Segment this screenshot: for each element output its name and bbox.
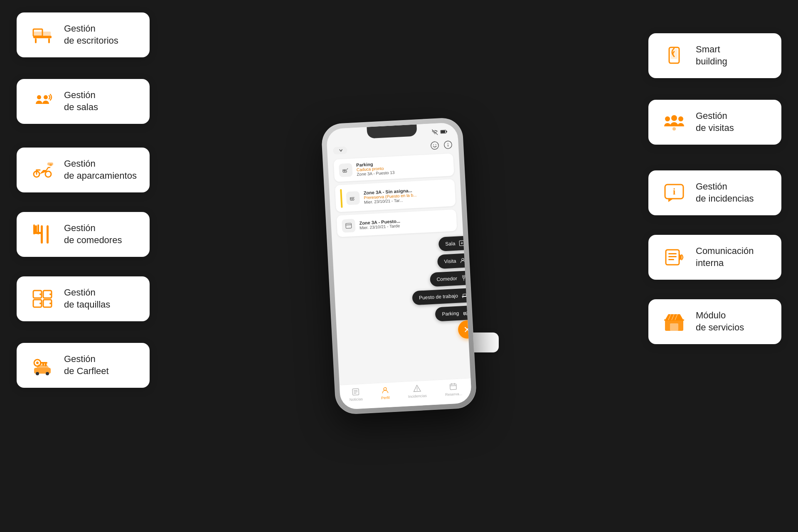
emoji-icon[interactable] xyxy=(430,141,439,150)
svg-point-55 xyxy=(350,198,352,200)
phone-screen: Parking Caduca pronto Zone 3A - Puesto 1… xyxy=(326,122,472,410)
card-carfleet-label: Gestiónde Carfleet xyxy=(64,353,109,377)
svg-text:i: i xyxy=(673,186,675,197)
upcoming-2-icon xyxy=(342,219,356,233)
fab-sala-label: Sala xyxy=(445,241,456,247)
card-salas-label: Gestiónde salas xyxy=(64,89,98,113)
card-taquillas: Gestiónde taquillas xyxy=(17,276,150,321)
svg-point-54 xyxy=(352,198,354,200)
nav-perfil-label: Perfil xyxy=(381,396,390,400)
svg-point-24 xyxy=(36,362,39,364)
svg-point-8 xyxy=(45,171,51,177)
svg-rect-11 xyxy=(41,225,43,244)
svg-point-34 xyxy=(671,115,677,121)
svg-point-49 xyxy=(433,144,434,145)
svg-point-50 xyxy=(436,144,436,145)
building-icon xyxy=(661,42,687,69)
nav-reserva-label: Reserva... xyxy=(445,392,462,397)
nav-perfil[interactable]: Perfil xyxy=(381,386,390,400)
fab-comedor[interactable]: Comedor xyxy=(430,271,472,287)
phone-shell: Parking Caduca pronto Zone 3A - Puesto 1… xyxy=(321,117,477,415)
card-comunicacion: Comunicacióninterna xyxy=(648,235,781,280)
svg-point-29 xyxy=(36,372,39,375)
app-header xyxy=(333,140,453,155)
card-visitas: Gestiónde visitas xyxy=(648,100,781,145)
svg-rect-41 xyxy=(668,256,677,257)
card-comedores: Gestiónde comedores xyxy=(17,212,150,257)
header-icons xyxy=(430,140,453,150)
fab-parking-label: Parking xyxy=(442,310,459,317)
svg-point-6 xyxy=(44,95,48,99)
office-selector[interactable] xyxy=(333,146,347,155)
svg-point-66 xyxy=(384,387,387,390)
svg-rect-14 xyxy=(47,225,49,244)
card-aparcamientos-label: Gestiónde aparcamientos xyxy=(64,158,137,182)
svg-point-5 xyxy=(37,95,41,99)
card-escritorios: Gestiónde escritorios xyxy=(17,12,150,57)
yellow-indicator xyxy=(340,189,342,208)
card-carfleet: Gestiónde Carfleet xyxy=(17,343,150,388)
card-servicios-label: Módulode servicios xyxy=(696,310,744,333)
card-visitas-label: Gestiónde visitas xyxy=(696,110,734,134)
fab-visita[interactable]: Visita xyxy=(437,253,472,269)
phone: Parking Caduca pronto Zone 3A - Puesto 1… xyxy=(321,117,477,415)
fab-puesto[interactable]: Puesto de trabajo xyxy=(412,288,472,305)
meeting-room-icon xyxy=(29,88,56,115)
services-icon xyxy=(661,308,687,335)
svg-point-19 xyxy=(39,293,41,295)
svg-rect-2 xyxy=(35,38,37,43)
svg-point-58 xyxy=(462,258,464,261)
svg-point-63 xyxy=(464,313,466,315)
desk-icon xyxy=(29,22,56,48)
fab-parking[interactable]: Parking xyxy=(435,305,472,322)
card-comedores-label: Gestiónde comedores xyxy=(64,222,122,246)
svg-rect-47 xyxy=(446,131,447,133)
svg-point-36 xyxy=(672,127,676,131)
svg-rect-25 xyxy=(40,362,47,364)
svg-point-21 xyxy=(39,303,41,304)
upcoming-reservation-2: Zone 3A - Puesto... Mier. 23/10/21 - Tar… xyxy=(336,209,457,237)
locker-icon xyxy=(29,286,56,312)
nav-reserva[interactable]: Reserva... xyxy=(445,382,463,397)
parking-res-info: Parking Caduca pronto Zone 3A - Puesto 1… xyxy=(356,158,449,177)
card-salas: Gestiónde salas xyxy=(17,79,150,124)
upcoming-2-info: Zone 3A - Puesto... Mier. 23/10/21 - Tar… xyxy=(359,216,452,230)
upcoming-1-icon xyxy=(346,191,360,205)
upcoming-reservation-1: Zone 3A - Sin asigna... Prereserva (Pues… xyxy=(335,179,456,212)
status-icons xyxy=(432,128,448,135)
card-incidencias-label: Gestiónde incidencias xyxy=(696,181,754,204)
svg-rect-40 xyxy=(668,253,677,254)
info-icon[interactable] xyxy=(443,140,453,150)
nav-noticias[interactable]: Noticias xyxy=(349,387,363,402)
card-taquillas-label: Gestiónde taquillas xyxy=(64,287,110,310)
card-aparcamientos: Gestiónde aparcamientos xyxy=(17,148,150,192)
today-reservation-parking: Parking Caduca pronto Zone 3A - Puesto 1… xyxy=(333,153,454,182)
svg-point-33 xyxy=(665,116,670,121)
communication-icon xyxy=(661,244,687,271)
card-smart-building-label: Smartbuilding xyxy=(696,44,727,67)
svg-rect-32 xyxy=(671,49,677,59)
svg-point-20 xyxy=(49,293,51,295)
card-comunicacion-label: Comunicacióninterna xyxy=(696,245,754,269)
svg-rect-67 xyxy=(450,384,457,390)
svg-point-30 xyxy=(46,372,49,375)
svg-rect-60 xyxy=(463,297,463,298)
fab-sala[interactable]: Sala xyxy=(438,236,472,251)
svg-rect-61 xyxy=(466,297,467,298)
incidents-icon: i xyxy=(661,180,687,206)
svg-rect-56 xyxy=(346,223,352,229)
restaurant-icon xyxy=(29,221,56,248)
visitors-icon xyxy=(661,109,687,135)
fab-puesto-label: Puesto de trabajo xyxy=(419,293,458,301)
svg-rect-46 xyxy=(441,131,446,133)
svg-rect-10 xyxy=(47,163,53,165)
parking-res-icon xyxy=(339,163,353,177)
svg-rect-42 xyxy=(668,259,674,260)
card-servicios: Módulode servicios xyxy=(648,299,781,344)
fab-menu: Sala Visita Comedor Puesto de trabajo Pa… xyxy=(409,236,472,323)
svg-point-35 xyxy=(678,116,683,121)
svg-rect-3 xyxy=(48,38,50,43)
parking-icon xyxy=(29,157,56,183)
nav-incidencias[interactable]: Incidencias xyxy=(407,384,427,399)
card-escritorios-label: Gestiónde escritorios xyxy=(64,23,118,47)
